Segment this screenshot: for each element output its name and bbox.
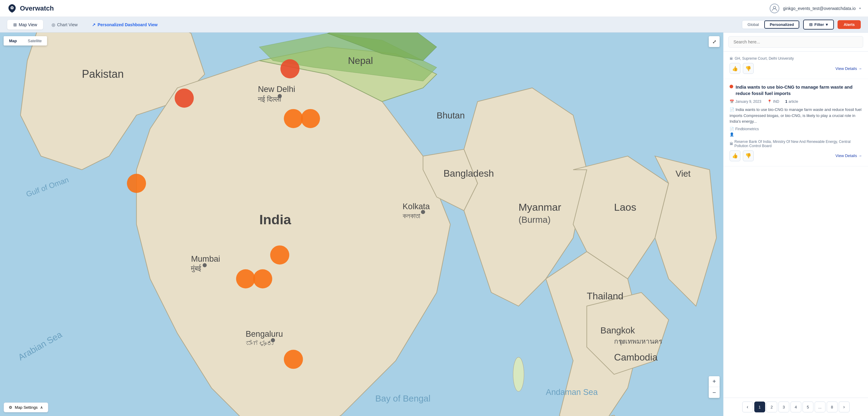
svg-text:Viet: Viet — [676, 168, 691, 179]
svg-text:⊙: ⊙ — [619, 339, 624, 345]
toggle-global[interactable]: Global — [742, 21, 765, 29]
thumbs-up-main[interactable]: 👍 — [730, 151, 740, 161]
svg-point-41 — [284, 109, 303, 128]
article-card-main: India wants to use bio-CNG to manage far… — [723, 79, 868, 166]
tab-chart-label: Chart View — [57, 22, 78, 27]
user-avatar-icon[interactable] — [770, 4, 779, 13]
meta-count: 1 article — [785, 99, 798, 104]
user-menu-chevron[interactable]: ▾ — [859, 7, 861, 10]
nav-bar: ⊞ Map View ◎ Chart View ↗ Personalized D… — [0, 17, 868, 33]
search-input[interactable] — [728, 36, 863, 47]
articles-list: 🏛 GH, Supreme Court, Delhi University 👍 … — [723, 52, 868, 397]
svg-point-32 — [271, 338, 275, 343]
svg-point-43 — [236, 269, 255, 288]
svg-text:Bengaluru: Bengaluru — [246, 329, 283, 339]
org-text: Reserve Bank Of India, Ministry Of New A… — [734, 139, 862, 148]
view-toggle-group: Global Personalized — [742, 20, 800, 29]
svg-text:New Delhi: New Delhi — [258, 85, 295, 94]
map-btn-map[interactable]: Map — [4, 36, 22, 45]
view-details-above[interactable]: View Details → — [835, 66, 862, 71]
svg-point-29 — [421, 210, 425, 214]
source-org-icon: 📄 — [730, 127, 734, 131]
article-date: January 9, 2023 — [735, 99, 761, 104]
svg-text:Pakistan: Pakistan — [82, 68, 124, 80]
svg-text:Myanmar: Myanmar — [519, 201, 561, 213]
article-excerpt: 📄 India wants to use bio-CNG to manage f… — [730, 107, 862, 125]
svg-point-46 — [284, 350, 303, 369]
svg-text:Kolkata: Kolkata — [403, 202, 430, 211]
view-details-main[interactable]: View Details → — [835, 154, 862, 158]
zoom-in-button[interactable]: + — [709, 376, 720, 387]
article-source-name: 📄 Findbiometrics — [730, 127, 862, 131]
svg-text:Mumbai: Mumbai — [191, 254, 220, 263]
nav-right: Global Personalized ⊟ Filter ▾ Alerts — [742, 20, 861, 30]
zoom-controls: + − — [709, 376, 720, 398]
thumbs-up-above[interactable]: 👍 — [730, 63, 740, 74]
svg-point-45 — [270, 245, 289, 264]
pagination-page-3[interactable]: 3 — [778, 402, 789, 412]
svg-text:Bay of Bengal: Bay of Bengal — [375, 393, 430, 403]
article-location: IND — [773, 99, 779, 104]
article-title: India wants to use bio-CNG to manage far… — [730, 84, 862, 96]
org-icon: 🏛 — [730, 142, 733, 146]
logo-icon — [7, 4, 17, 13]
article-meta: 📅 January 9, 2023 📍 IND 1 article — [730, 99, 862, 104]
svg-text:Laos: Laos — [614, 201, 637, 213]
calendar-icon: 📅 — [730, 99, 734, 104]
pagination-page-8[interactable]: 8 — [827, 402, 838, 412]
filter-label: Filter — [814, 22, 824, 27]
svg-point-48 — [175, 89, 194, 107]
article-title-text: India wants to use bio-CNG to manage far… — [736, 84, 862, 96]
article-above-source: GH, Supreme Court, Delhi University — [735, 56, 794, 61]
svg-point-2 — [773, 6, 776, 9]
svg-text:Andaman Sea: Andaman Sea — [546, 387, 598, 397]
meta-date: 📅 January 9, 2023 — [730, 99, 761, 104]
pagination-page-4[interactable]: 4 — [790, 402, 801, 412]
filter-chevron: ▾ — [826, 22, 828, 27]
alerts-button[interactable]: Alerts — [838, 20, 861, 29]
excerpt-text: India wants to use bio-CNG to manage far… — [730, 107, 861, 124]
thumbs-down-above[interactable]: 👎 — [743, 63, 754, 74]
source-icon: 🏛 — [730, 57, 733, 60]
tab-dashboard-view[interactable]: ↗ Personalized Dashboard View — [86, 20, 163, 30]
article-source-row-above: 🏛 GH, Supreme Court, Delhi University — [730, 56, 862, 61]
filter-button[interactable]: ⊟ Filter ▾ — [803, 20, 834, 30]
svg-point-1 — [11, 7, 13, 8]
people-icon: 👤 — [730, 132, 734, 136]
map-svg: Pakistan India Nepal Bhutan Bangladesh M… — [0, 33, 723, 416]
svg-point-26 — [203, 263, 207, 267]
article-card-above: 🏛 GH, Supreme Court, Delhi University 👍 … — [723, 52, 868, 79]
map-type-toggle: Map Satellite — [4, 36, 47, 45]
map-settings-button[interactable]: ⚙ Map Settings ∧ — [4, 403, 48, 412]
map-btn-satellite[interactable]: Satellite — [22, 36, 47, 45]
thumbs-down-main[interactable]: 👎 — [743, 151, 754, 161]
tab-map-view[interactable]: ⊞ Map View — [7, 20, 43, 30]
fullscreen-icon: ⤢ — [712, 39, 716, 44]
header-right: ginkgo_events_test@overwatchdata.io ▾ — [770, 4, 861, 13]
tab-dashboard-label: Personalized Dashboard View — [97, 22, 157, 27]
svg-text:ಬೆಂಗಳೂರು: ಬೆಂಗಳೂರು — [246, 340, 274, 347]
thumb-buttons-above: 👍 👎 — [730, 63, 754, 74]
chart-icon: ◎ — [52, 22, 55, 27]
pagination-page-5[interactable]: 5 — [803, 402, 813, 412]
meta-location: 📍 IND — [767, 99, 779, 104]
pagination-page-2[interactable]: 2 — [766, 402, 777, 412]
pagination-next[interactable]: › — [839, 402, 849, 412]
map-background: Pakistan India Nepal Bhutan Bangladesh M… — [0, 33, 723, 416]
thumb-buttons-main: 👍 👎 — [730, 151, 754, 161]
svg-text:Nepal: Nepal — [348, 55, 373, 66]
svg-point-44 — [253, 269, 272, 288]
pagination-ellipsis: ... — [815, 402, 826, 412]
svg-point-42 — [301, 109, 320, 128]
pagination-page-1[interactable]: 1 — [754, 402, 765, 412]
user-email: ginkgo_events_test@overwatchdata.io — [783, 6, 856, 11]
zoom-out-button[interactable]: − — [709, 387, 720, 398]
tab-map-label: Map View — [19, 22, 37, 27]
toggle-personalized[interactable]: Personalized — [764, 21, 799, 29]
tab-chart-view[interactable]: ◎ Chart View — [45, 20, 84, 30]
map-area: Pakistan India Nepal Bhutan Bangladesh M… — [0, 33, 723, 416]
pagination-prev[interactable]: ‹ — [742, 402, 753, 412]
nav-tabs: ⊞ Map View ◎ Chart View ↗ Personalized D… — [7, 20, 163, 30]
svg-text:কলকাতা: কলকাতা — [403, 212, 421, 220]
fullscreen-button[interactable]: ⤢ — [709, 36, 720, 47]
